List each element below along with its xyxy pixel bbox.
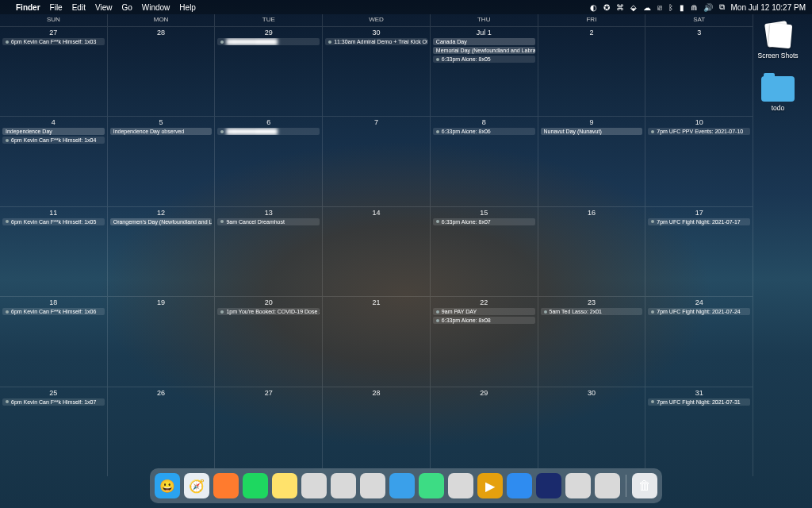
calendar-event[interactable]: Independence Day [2,128,105,135]
calendar-event[interactable]: 9am Cancel Dreamhost [217,218,320,225]
calendar-event[interactable]: 6:33pm Alone: 8x07 [433,218,535,225]
calendar-cell[interactable]: 29 [431,387,538,476]
calendar-cell[interactable]: 317pm UFC Fight Night: 2021-07-31 [645,387,753,476]
dock-app-spotify[interactable] [243,473,268,498]
desktop-icon-screen-shots[interactable]: Screen Shots [755,21,801,60]
calendar-cell[interactable]: 256pm Kevin Can F**k Himself: 1x07 [0,387,108,476]
calendar-event[interactable]: 5am Ted Lasso: 2x01 [541,308,643,315]
calendar-event[interactable]: 6pm Kevin Can F**k Himself: 1x03 [2,38,105,45]
calendar-event[interactable]: 6pm Kevin Can F**k Himself: 1x04 [2,137,105,144]
dock-app-1password[interactable] [536,473,561,498]
calendar-cell[interactable]: 28 [323,387,431,476]
dock-app-app15[interactable] [565,473,591,498]
calendar-event[interactable]: Independence Day observed [110,128,213,135]
calendar-cell[interactable]: 3 [645,26,753,116]
calendar-cell[interactable]: 19 [108,296,216,386]
calendar-event[interactable]: 6:33pm Alone: 8x08 [433,317,535,324]
calendar-event[interactable]: Orangemen's Day (Newfoundland and Labrad… [110,218,213,225]
calendar-cell[interactable]: Jul 1Canada DayMemorial Day (Newfoundlan… [431,26,538,116]
dock-app-notes[interactable] [272,473,297,498]
calendar-cell[interactable]: 201pm You're Booked: COVID-19 Dose 2 App… [215,296,323,386]
calendar-event[interactable]: 6pm Kevin Can F**k Himself: 1x07 [2,398,105,406]
calendar-event[interactable]: Nunavut Day (Nunavut) [541,128,643,135]
calendar-event[interactable]: 6:33pm Alone: 8x06 [433,128,535,135]
calendar-cell[interactable]: 156:33pm Alone: 8x07 [431,206,538,296]
calendar-event[interactable]: 1pm You're Booked: COVID-19 Dose 2 Appt [217,308,320,315]
calendar-event[interactable]: 7pm UFC Fight Night: 2021-07-31 [648,398,750,406]
calendar-event[interactable]: 7pm UFC Fight Night: 2021-07-17 [648,218,750,225]
status-icon[interactable]: ⬙ [630,3,637,12]
calendar-event[interactable]: 9am PAY DAY [433,308,535,315]
calendar-event[interactable]: 11:30am Admiral Demo + Trial Kick Off [325,38,427,45]
calendar-cell[interactable]: 14 [323,206,431,296]
dock-app-trash[interactable]: 🗑 [632,473,657,498]
menu-edit[interactable]: Edit [72,3,86,12]
calendar-cell[interactable]: 177pm UFC Fight Night: 2021-07-17 [645,206,753,296]
dock-app-app8[interactable] [360,473,385,498]
calendar-cell[interactable]: 5Independence Day observed [108,116,216,206]
menubar-clock[interactable]: Mon Jul 12 10:27 PM [731,3,806,12]
dock-app-firefox[interactable] [213,473,239,498]
dock-app-app7[interactable] [331,473,356,498]
calendar-cell[interactable]: 12Orangemen's Day (Newfoundland and Labr… [108,206,216,296]
menu-view[interactable]: View [95,3,113,12]
dock-app-messages[interactable] [419,473,444,498]
dock-app-plex[interactable]: ▶ [477,473,503,498]
calendar-cell[interactable]: 235am Ted Lasso: 2x01 [538,296,646,386]
menu-go[interactable]: Go [121,3,132,12]
calendar-cell[interactable]: 229am PAY DAY6:33pm Alone: 8x08 [431,296,538,386]
bluetooth-icon[interactable]: ᛒ [668,3,673,12]
status-icon[interactable]: ⎚ [657,3,662,12]
dock-app-app11[interactable] [448,473,473,498]
calendar-cell[interactable]: 26 [108,387,216,476]
dock-app-mail[interactable] [389,473,415,498]
dock-app-safari[interactable]: 🧭 [184,473,209,498]
battery-icon[interactable]: ▮ [680,3,684,12]
calendar-cell[interactable]: 116pm Kevin Can F**k Himself: 1x05 [0,206,108,296]
calendar-event[interactable]: █████████████ [217,38,320,45]
calendar-cell[interactable]: 139am Cancel Dreamhost [215,206,323,296]
calendar-cell[interactable]: 7 [323,116,431,206]
status-icon[interactable]: ✪ [603,3,610,12]
calendar-cell[interactable]: 247pm UFC Fight Night: 2021-07-24 [645,296,753,386]
calendar-event[interactable]: Memorial Day (Newfoundland and Labrador) [433,47,535,54]
calendar-event[interactable]: 6:33pm Alone: 8x05 [433,56,535,63]
calendar-cell[interactable]: 3011:30am Admiral Demo + Trial Kick Off [323,26,431,116]
calendar-event[interactable]: █████████████ [217,128,320,135]
desktop-icon-todo[interactable]: todo [755,76,801,112]
calendar-cell[interactable]: 4Independence Day6pm Kevin Can F**k Hims… [0,116,108,206]
calendar-event[interactable]: 6pm Kevin Can F**k Himself: 1x05 [2,218,105,225]
calendar-cell[interactable]: 27 [215,387,323,476]
event-text: 6:33pm Alone: 8x08 [442,318,491,323]
calendar-cell[interactable]: 186pm Kevin Can F**k Himself: 1x06 [0,296,108,386]
calendar-event[interactable]: 7pm UFC Fight Night: 2021-07-24 [648,308,750,315]
calendar-cell[interactable]: 29█████████████ [215,26,323,116]
calendar-cell[interactable]: 21 [323,296,431,386]
calendar-cell[interactable]: 30 [538,387,646,476]
status-icon[interactable]: ☁ [643,3,651,12]
dock-app-app6[interactable] [301,473,327,498]
calendar-event[interactable]: Canada Day [433,38,535,45]
calendar-event[interactable]: 7pm UFC PPV Events: 2021-07-10 [648,128,750,135]
control-center-icon[interactable]: ⧉ [719,2,725,12]
calendar-cell[interactable]: 16 [538,206,646,296]
calendar-cell[interactable]: 107pm UFC PPV Events: 2021-07-10 [645,116,753,206]
menu-help[interactable]: Help [179,3,196,12]
calendar-cell[interactable]: 2 [538,26,646,116]
status-icon[interactable]: ◐ [590,3,597,12]
dock-app-app16[interactable] [595,473,620,498]
calendar-cell[interactable]: 6█████████████ [215,116,323,206]
menu-file[interactable]: File [50,3,63,12]
calendar-cell[interactable]: 28 [108,26,216,116]
calendar-cell[interactable]: 86:33pm Alone: 8x06 [431,116,538,206]
volume-icon[interactable]: 🔊 [703,3,713,12]
calendar-event[interactable]: 6pm Kevin Can F**k Himself: 1x06 [2,308,105,315]
menubar-app-name[interactable]: Finder [16,3,40,12]
dock-app-appstore[interactable] [507,473,532,498]
status-icon[interactable]: ⌘ [616,3,624,12]
menu-window[interactable]: Window [142,3,170,12]
wifi-icon[interactable]: ⋒ [691,3,697,12]
dock-app-finder[interactable]: 😀 [155,473,180,498]
calendar-cell[interactable]: 276pm Kevin Can F**k Himself: 1x03 [0,26,108,116]
calendar-cell[interactable]: 9Nunavut Day (Nunavut) [538,116,646,206]
